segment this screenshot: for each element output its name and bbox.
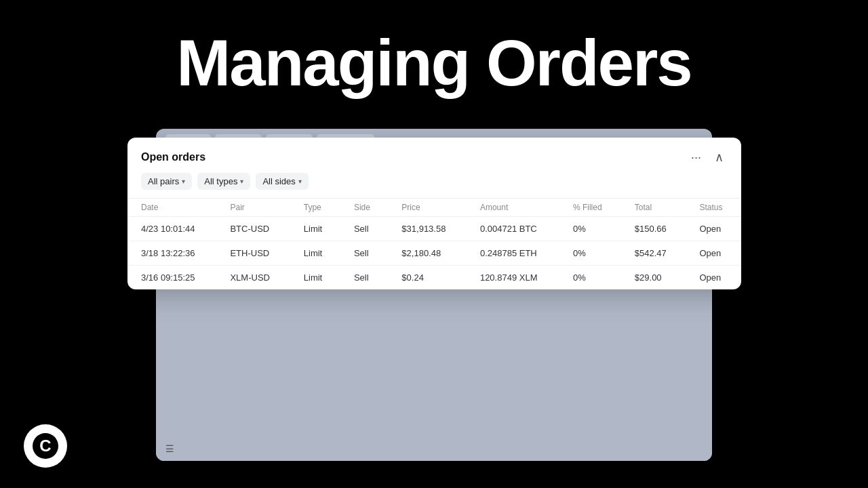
cell-side: Sell — [340, 217, 388, 241]
cell-total: $150.66 — [621, 217, 686, 241]
logo-inner: C — [33, 433, 58, 459]
card-title: Open orders — [141, 151, 205, 163]
card-header: Open orders ··· ∧ — [127, 138, 741, 173]
cell-date: 3/18 13:22:36 — [127, 241, 216, 266]
collapse-button[interactable]: ∧ — [711, 148, 728, 166]
cell-status: Open — [686, 217, 742, 241]
col-side: Side — [340, 199, 388, 217]
filter-types[interactable]: All types ▾ — [197, 173, 250, 190]
table-row: 3/18 13:22:36 ETH-USD Limit Sell $2,180.… — [127, 241, 741, 266]
cell-type: Limit — [290, 241, 340, 266]
logo-letter: C — [39, 438, 51, 454]
cell-amount: 120.8749 XLM — [467, 266, 559, 290]
cell-price: $31,913.58 — [388, 217, 467, 241]
col-pair: Pair — [216, 199, 290, 217]
open-orders-filters: All pairs ▾ All types ▾ All sides ▾ — [127, 173, 741, 198]
cell-filled: 0% — [559, 241, 621, 266]
table-row: 3/16 09:15:25 XLM-USD Limit Sell $0.24 1… — [127, 266, 741, 290]
open-orders-card: Open orders ··· ∧ All pairs ▾ All types … — [127, 138, 741, 289]
cell-price: $2,180.48 — [388, 241, 467, 266]
cell-filled: 0% — [559, 266, 621, 290]
more-options-button[interactable]: ··· — [687, 149, 705, 166]
cell-filled: 0% — [559, 217, 621, 241]
col-status: Status — [686, 199, 742, 217]
hamburger-icon: ☰ — [165, 443, 174, 454]
cell-pair: XLM-USD — [216, 266, 290, 290]
col-filled: % Filled — [559, 199, 621, 217]
chevron-icon: ▾ — [298, 178, 302, 185]
cell-total: $29.00 — [621, 266, 686, 290]
table-row: 4/23 10:01:44 BTC-USD Limit Sell $31,913… — [127, 217, 741, 241]
cell-date: 4/23 10:01:44 — [127, 217, 216, 241]
open-orders-table: Date Pair Type Side Price Amount % Fille… — [127, 198, 741, 289]
cell-status: Open — [686, 266, 742, 290]
filter-pairs[interactable]: All pairs ▾ — [141, 173, 192, 190]
coinbase-logo: C — [24, 424, 67, 468]
cell-side: Sell — [340, 241, 388, 266]
cell-amount: 0.004721 BTC — [467, 217, 559, 241]
bottom-bar: ☰ — [156, 436, 712, 461]
col-total: Total — [621, 199, 686, 217]
chevron-icon: ▾ — [182, 178, 185, 185]
col-date: Date — [127, 199, 216, 217]
logo-circle: C — [24, 424, 67, 468]
col-type: Type — [290, 199, 340, 217]
hero-title: Managing Orders — [0, 27, 868, 99]
chevron-icon: ▾ — [240, 178, 243, 185]
cell-side: Sell — [340, 266, 388, 290]
cell-type: Limit — [290, 266, 340, 290]
cell-pair: BTC-USD — [216, 217, 290, 241]
filter-sides[interactable]: All sides ▾ — [256, 173, 308, 190]
cell-type: Limit — [290, 217, 340, 241]
cell-amount: 0.248785 ETH — [467, 241, 559, 266]
col-price: Price — [388, 199, 467, 217]
cell-date: 3/16 09:15:25 — [127, 266, 216, 290]
cell-total: $542.47 — [621, 241, 686, 266]
col-amount: Amount — [467, 199, 559, 217]
cell-price: $0.24 — [388, 266, 467, 290]
card-actions: ··· ∧ — [687, 148, 728, 166]
cell-pair: ETH-USD — [216, 241, 290, 266]
cell-status: Open — [686, 241, 742, 266]
